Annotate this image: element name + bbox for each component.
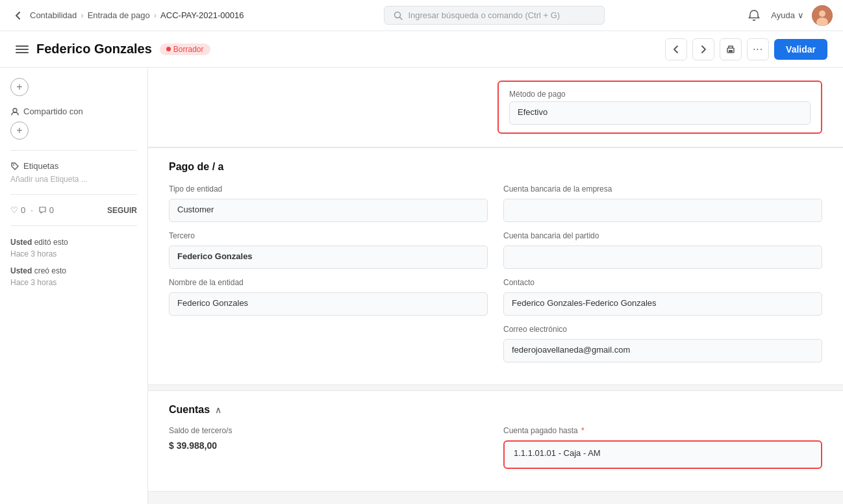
breadcrumb-area: Contabilidad › Entrada de pago › ACC-PAY… — [10, 8, 244, 23]
correo-label: Correo electrónico — [503, 325, 822, 334]
add-shared-button[interactable]: + — [10, 121, 29, 140]
top-nav-right: Ayuda ∨ — [745, 5, 833, 26]
validate-button[interactable]: Validar — [774, 39, 827, 60]
activity-time-1: Hace 3 horas — [10, 249, 57, 258]
payment-method-label: Método de pago — [509, 90, 811, 99]
payment-method-value[interactable]: Efectivo — [509, 101, 811, 125]
nombre-entidad-row: Nombre de la entidad Federico Gonzales — [169, 278, 488, 316]
sidebar-toggle[interactable] — [16, 43, 29, 56]
cuentas-card: Cuentas ∧ Saldo de tercero/s $ 39.988,00… — [148, 390, 843, 492]
comments-count: 0 — [49, 205, 54, 215]
header-bar: Federico Gonzales Borrador ··· Val — [0, 31, 843, 68]
heart-icon[interactable]: ♡ — [10, 205, 18, 215]
hamburger-line-1 — [16, 45, 29, 47]
header-right: ··· Validar — [665, 38, 827, 60]
nombre-entidad-value[interactable]: Federico Gonzales — [169, 292, 488, 316]
saldo-value: $ 39.988,00 — [169, 440, 488, 451]
pago-de-title: Pago de / a — [169, 161, 822, 173]
nav-prev-button[interactable] — [665, 38, 687, 60]
follow-meta: ♡ 0 · 0 — [10, 205, 54, 215]
pago-de-form: Tipo de entidad Customer Tercero Federic… — [169, 184, 822, 372]
search-bar[interactable]: Ingresar búsqueda o comando (Ctrl + G) — [384, 6, 605, 25]
cuentas-right: Cuenta pagado hasta * 1.1.1.01.01 - Caja… — [503, 426, 822, 478]
cuenta-partido-label: Cuenta bancaria del partido — [503, 231, 822, 240]
contacto-value[interactable]: Federico Gonzales-Federico Gonzales — [503, 292, 822, 316]
cuenta-pagado-row: Cuenta pagado hasta * 1.1.1.01.01 - Caja… — [503, 426, 822, 469]
search-placeholder: Ingresar búsqueda o comando (Ctrl + G) — [408, 10, 560, 20]
more-icon: ··· — [753, 44, 763, 55]
follow-button[interactable]: SEGUIR — [107, 206, 137, 215]
cuenta-partido-value[interactable] — [503, 246, 822, 269]
tercero-value[interactable]: Federico Gonzales — [169, 246, 488, 269]
pago-de-left: Tipo de entidad Customer Tercero Federic… — [169, 184, 488, 372]
avatar[interactable] — [812, 5, 833, 26]
breadcrumb-record-id: ACC-PAY-2021-00016 — [160, 10, 244, 20]
help-chevron: ∨ — [798, 10, 804, 20]
divider-1 — [10, 150, 137, 151]
nombre-entidad-label: Nombre de la entidad — [169, 278, 488, 287]
tercero-label: Tercero — [169, 231, 488, 240]
cuentas-form: Saldo de tercero/s $ 39.988,00 Cuenta pa… — [169, 426, 822, 478]
saldo-label: Saldo de tercero/s — [169, 426, 488, 435]
contacto-label: Contacto — [503, 278, 822, 287]
breadcrumb: Contabilidad › Entrada de pago › ACC-PAY… — [30, 10, 244, 20]
svg-point-3 — [819, 10, 825, 17]
user-icon — [10, 107, 19, 116]
pago-de-right: Cuenta bancaria de la empresa Cuenta ban… — [503, 184, 822, 372]
activity-actor-1: Usted — [10, 238, 32, 247]
hamburger-line-3 — [16, 52, 29, 53]
main-layout: + Compartido con + Etiquetas Añadir una … — [0, 68, 843, 504]
tag-icon — [10, 162, 19, 171]
tipo-entidad-value[interactable]: Customer — [169, 199, 488, 222]
saldo-row: Saldo de tercero/s $ 39.988,00 — [169, 426, 488, 451]
tipo-entidad-row: Tipo de entidad Customer — [169, 184, 488, 222]
correo-row: Correo electrónico federojoavellaneda@gm… — [503, 325, 822, 362]
tercero-row: Tercero Federico Gonzales — [169, 231, 488, 269]
tags-title: Etiquetas — [10, 161, 137, 171]
cuenta-pagado-value[interactable]: 1.1.1.01.01 - Caja - AM — [506, 443, 820, 466]
breadcrumb-contabilidad[interactable]: Contabilidad — [30, 10, 77, 20]
comment-icon — [38, 206, 47, 214]
top-navigation: Contabilidad › Entrada de pago › ACC-PAY… — [0, 0, 843, 31]
add-tag-link[interactable]: Añadir una Etiqueta ... — [10, 175, 137, 184]
breadcrumb-sep-1: › — [81, 10, 83, 20]
search-area: Ingresar búsqueda o comando (Ctrl + G) — [244, 6, 746, 25]
help-label: Ayuda — [771, 10, 795, 20]
status-label: Borrador — [173, 45, 204, 54]
likes-item: ♡ 0 — [10, 205, 25, 215]
activity-item-1: Usted editó esto Hace 3 horas — [10, 236, 137, 260]
print-button[interactable] — [720, 38, 742, 60]
help-button[interactable]: Ayuda ∨ — [771, 10, 804, 20]
required-indicator: * — [581, 426, 585, 435]
cuentas-left: Saldo de tercero/s $ 39.988,00 — [169, 426, 488, 478]
payment-method-field: Método de pago Efectivo — [497, 81, 822, 134]
cuenta-pagado-label: Cuenta pagado hasta * — [503, 426, 822, 435]
sidebar-add-button[interactable]: + — [10, 78, 29, 96]
breadcrumb-sep-2: › — [154, 10, 157, 20]
content-area: Método de pago Efectivo Pago de / a Tipo… — [148, 68, 843, 504]
notification-icon[interactable] — [745, 6, 763, 25]
activity-action-2: creó esto — [34, 266, 66, 275]
tags-section: Etiquetas Añadir una Etiqueta ... — [10, 161, 137, 184]
collapse-icon[interactable]: ∧ — [215, 405, 221, 415]
contacto-row: Contacto Federico Gonzales-Federico Gonz… — [503, 278, 822, 316]
tipo-entidad-label: Tipo de entidad — [169, 184, 488, 194]
cuentas-title: Cuentas — [169, 404, 210, 416]
status-dot — [166, 47, 171, 51]
nav-next-button[interactable] — [692, 38, 714, 60]
svg-point-7 — [13, 108, 17, 112]
activity-section: Usted editó esto Hace 3 horas Usted creó… — [10, 236, 137, 288]
page-title: Federico Gonzales — [36, 42, 152, 57]
header-left: Federico Gonzales Borrador — [16, 42, 210, 57]
divider-3 — [10, 225, 137, 226]
cuenta-empresa-value[interactable] — [503, 199, 822, 222]
activity-actor-2: Usted — [10, 266, 32, 275]
status-badge: Borrador — [160, 44, 210, 55]
sidebar: + Compartido con + Etiquetas Añadir una … — [0, 68, 148, 504]
breadcrumb-entrada-pago[interactable]: Entrada de pago — [88, 10, 150, 20]
correo-value[interactable]: federojoavellaneda@gmail.com — [503, 339, 822, 362]
hamburger-line-2 — [16, 49, 29, 50]
more-button[interactable]: ··· — [747, 38, 769, 60]
back-button[interactable] — [10, 8, 26, 23]
activity-action-1: editó esto — [34, 238, 68, 247]
